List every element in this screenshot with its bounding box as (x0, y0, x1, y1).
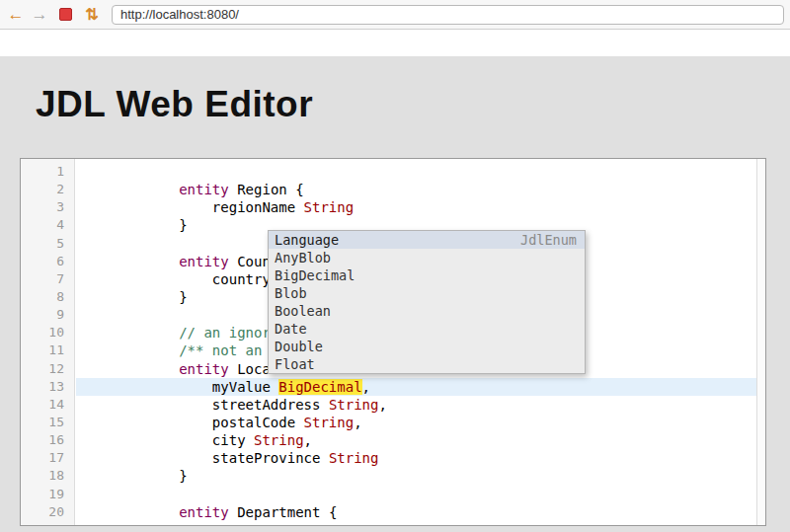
line-number: 17 (21, 449, 74, 467)
line-number: 8 (21, 288, 74, 306)
autocomplete-header: Language JdlEnum (269, 231, 585, 249)
autocomplete-item[interactable]: BigDecimal (269, 266, 585, 284)
code-token (79, 504, 179, 520)
code-token (79, 361, 179, 377)
line-number: 2 (21, 181, 74, 198)
code-token: , (354, 415, 361, 430)
code-token: Region { (229, 182, 304, 197)
code-token: String (304, 199, 355, 215)
code-token: streetAddress (79, 397, 329, 413)
autocomplete-item[interactable]: Date (269, 320, 585, 338)
line-number: 14 (21, 396, 74, 414)
code-line[interactable] (76, 163, 765, 181)
line-number: 20 (21, 503, 74, 521)
code-token: city (79, 432, 254, 448)
code-line[interactable]: } (76, 467, 765, 485)
code-line[interactable]: entity Department { (76, 503, 765, 521)
code-token: } (79, 468, 188, 484)
code-token: entity (179, 182, 229, 197)
code-line[interactable]: myValue BigDecimal, (76, 378, 765, 396)
reload-icon[interactable]: ⇅ (82, 5, 102, 25)
line-number: 13 (21, 378, 74, 396)
autocomplete-header-label: Language (275, 231, 339, 249)
code-token: , (362, 379, 370, 395)
forward-button[interactable]: → (30, 5, 49, 25)
code-token: entity (179, 504, 229, 520)
stop-button[interactable] (59, 8, 72, 21)
autocomplete-item[interactable]: Blob (269, 284, 585, 302)
code-token: regionName (79, 199, 304, 215)
code-token: } (79, 217, 188, 233)
code-token: entity (179, 254, 229, 269)
autocomplete-popup: Language JdlEnum AnyBlobBigDecimalBlobBo… (268, 230, 586, 374)
line-number: 10 (21, 324, 74, 342)
line-number: 3 (21, 198, 74, 216)
line-number: 18 (21, 467, 74, 485)
line-number: 5 (21, 235, 74, 253)
code-line[interactable]: city String, (76, 431, 765, 449)
code-line[interactable] (76, 486, 765, 503)
autocomplete-item[interactable]: Float (269, 355, 585, 373)
code-token: , (378, 397, 386, 413)
line-number: 1 (21, 163, 74, 181)
code-token: postalCode (79, 415, 304, 430)
code-token (79, 254, 179, 269)
back-button[interactable]: ← (6, 5, 26, 25)
code-token: String (254, 432, 304, 448)
code-token: Coun (229, 254, 271, 269)
autocomplete-item[interactable]: Boolean (269, 302, 585, 320)
editor-gutter: 1234567891011121314151617181920 (21, 159, 75, 525)
code-line[interactable]: entity Region { (76, 181, 765, 198)
code-line[interactable]: postalCode String, (76, 414, 765, 431)
line-number: 6 (21, 253, 74, 270)
code-token: countryN (79, 271, 278, 287)
autocomplete-header-type: JdlEnum (520, 231, 577, 249)
highlighted-token: BigDecimal (278, 379, 361, 395)
code-token: Department { (229, 504, 338, 520)
line-number: 7 (21, 270, 74, 288)
autocomplete-item[interactable]: Double (269, 338, 585, 355)
line-number: 11 (21, 342, 74, 359)
code-token: // an ignor (79, 325, 271, 341)
autocomplete-list: AnyBlobBigDecimalBlobBooleanDateDoubleFl… (269, 249, 585, 373)
autocomplete-item[interactable]: AnyBlob (269, 249, 585, 266)
code-token: String (329, 450, 379, 466)
code-token: String (329, 397, 379, 413)
line-number: 16 (21, 431, 74, 449)
browser-toolbar: ← → ⇅ (0, 0, 790, 30)
code-token: myValue (79, 379, 278, 395)
jdl-editor[interactable]: 1234567891011121314151617181920 entity R… (20, 158, 766, 526)
editor-scrollbar[interactable] (756, 159, 765, 525)
code-token: stateProvince (79, 450, 329, 466)
code-token: , (304, 432, 312, 448)
code-token: Loca (229, 361, 271, 377)
code-token: String (304, 415, 355, 430)
code-line[interactable]: stateProvince String (76, 449, 765, 467)
code-token: entity (179, 361, 229, 377)
line-number: 19 (21, 486, 74, 503)
line-number: 9 (21, 306, 74, 324)
code-token (79, 182, 179, 197)
page-title: JDL Web Editor (36, 84, 313, 125)
line-number: 15 (21, 414, 74, 431)
code-line[interactable]: regionName String (76, 198, 765, 216)
line-number: 4 (21, 216, 74, 234)
line-number: 12 (21, 360, 74, 378)
code-token: /** not an (79, 342, 271, 358)
url-input[interactable] (112, 5, 784, 25)
code-line[interactable]: streetAddress String, (76, 396, 765, 414)
code-token: } (79, 289, 188, 305)
